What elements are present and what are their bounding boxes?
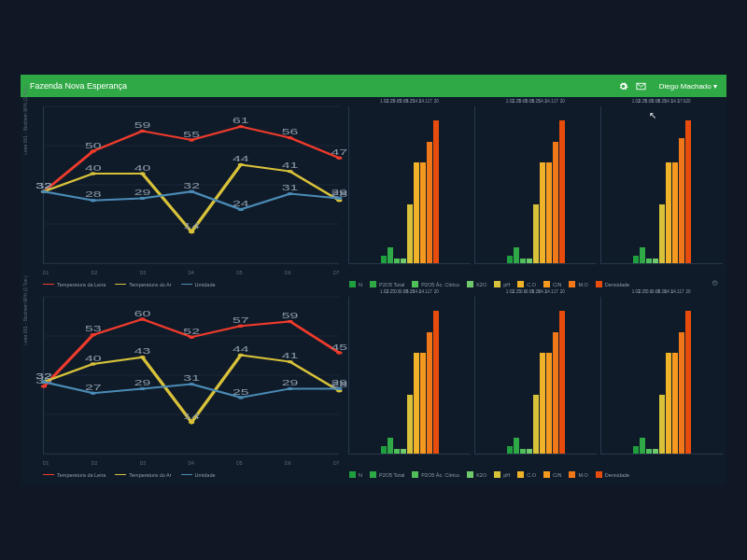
legend-item[interactable]: P2O5 Total [370, 471, 404, 478]
legend-item[interactable]: P2O5 Ác. Cítrico [412, 471, 459, 478]
bar-chart[interactable]: 1.022.250.650.658.2514.114.11720 [348, 106, 471, 264]
svg-point-16 [287, 136, 292, 139]
svg-point-40 [189, 190, 194, 193]
svg-text:60: 60 [134, 309, 151, 317]
svg-point-30 [287, 170, 292, 173]
svg-text:25: 25 [233, 387, 249, 396]
svg-text:44: 44 [233, 155, 249, 163]
svg-text:45: 45 [331, 343, 348, 351]
dashboard-content: Leira 001 - Biochem 90% (1 Ton.) 3250595… [21, 97, 726, 485]
svg-point-8 [91, 149, 96, 152]
legend-item[interactable]: N [349, 471, 362, 478]
svg-point-57 [139, 317, 145, 320]
bar-chart[interactable]: 1.022.250.60.658.2814.114.11720 [600, 297, 723, 455]
svg-point-81 [41, 381, 47, 384]
svg-point-61 [238, 325, 244, 328]
legend-item[interactable]: Umidade [181, 282, 216, 287]
bar-chart[interactable]: 1.022.250.60.658.2814.114.11720 [348, 297, 471, 455]
charts-row-top: Leira 001 - Biochem 90% (1 Ton.) 3250595… [24, 101, 723, 277]
line-legend: Temperatura da LeiraTemperatura do ArUmi… [24, 277, 345, 291]
svg-point-83 [91, 392, 96, 395]
line-chart-top: Leira 001 - Biochem 90% (1 Ton.) 3250595… [24, 101, 343, 277]
svg-point-24 [139, 172, 145, 175]
svg-text:59: 59 [282, 312, 299, 320]
svg-point-75 [238, 354, 244, 357]
legend-item[interactable]: Densidade [596, 281, 629, 287]
svg-text:41: 41 [282, 161, 299, 170]
svg-text:31: 31 [282, 184, 299, 192]
svg-point-93 [336, 387, 342, 390]
bar-chart[interactable]: 1.022.250.650.658.2514.114.11720 [474, 106, 597, 264]
legend-item[interactable]: pH [494, 281, 510, 287]
svg-point-18 [336, 157, 342, 160]
legend-row-top: Temperatura da LeiraTemperatura do ArUmi… [24, 277, 723, 291]
svg-text:56: 56 [282, 128, 299, 136]
bar-chart[interactable]: 1.022.250.650.658.2514.114.117.620 [600, 106, 723, 264]
legend-item[interactable]: M.O [569, 281, 587, 287]
svg-text:43: 43 [134, 347, 151, 356]
charts-row-bottom: Leira 001 - Biochem 90% (1 Ton.) 3053605… [24, 291, 723, 468]
svg-point-73 [189, 421, 194, 424]
svg-point-34 [41, 190, 47, 193]
svg-point-69 [91, 362, 96, 365]
legend-item[interactable]: Temperatura do Ar [115, 472, 171, 478]
legend-item[interactable]: C.O [517, 471, 536, 478]
svg-point-14 [238, 125, 244, 128]
svg-point-46 [336, 197, 342, 200]
panel-settings-icon[interactable]: ⚙ [712, 279, 719, 287]
svg-point-26 [189, 231, 194, 233]
legend-item[interactable]: pH [494, 471, 510, 478]
svg-text:29: 29 [331, 189, 348, 197]
legend-item[interactable]: C/N [543, 281, 561, 287]
svg-point-71 [139, 356, 145, 358]
svg-point-28 [238, 163, 244, 166]
svg-text:52: 52 [183, 328, 200, 336]
svg-point-38 [139, 197, 145, 200]
header-actions: Diego Machado ▾ [618, 81, 717, 91]
page-title: Fazenda Nova Esperança [30, 81, 618, 91]
legend-item[interactable]: Umidade [181, 472, 216, 478]
svg-text:24: 24 [233, 200, 249, 208]
svg-text:31: 31 [183, 374, 200, 383]
legend-item[interactable]: Densidade [596, 471, 629, 478]
svg-point-59 [189, 336, 194, 339]
legend-item[interactable]: Temperatura da Leira [43, 472, 106, 478]
svg-point-91 [287, 387, 292, 390]
y-axis-label: Leira 001 - Biochem 90% (1 Ton.) [22, 85, 28, 154]
line-plot-area[interactable]: 3250595561564732404014444128322829322431… [43, 106, 339, 264]
mail-icon[interactable] [636, 81, 646, 91]
legend-item[interactable]: C.O [517, 281, 536, 287]
svg-point-10 [139, 130, 145, 133]
svg-text:50: 50 [85, 141, 102, 149]
bar-group-top: 1.022.250.650.658.2514.114.11720 1.022.2… [348, 101, 723, 277]
svg-text:41: 41 [282, 352, 299, 360]
bar-group-bottom: 1.022.250.60.658.2814.114.11720 1.022.25… [348, 291, 723, 468]
user-menu[interactable]: Diego Machado ▾ [654, 82, 717, 91]
dashboard-app: Fazenda Nova Esperança Diego Machado ▾ L… [21, 75, 726, 485]
legend-item[interactable]: Temperatura da Leira [43, 282, 106, 287]
svg-text:40: 40 [85, 354, 102, 362]
svg-text:59: 59 [134, 121, 151, 130]
legend-item[interactable]: Temperatura do Ar [115, 282, 171, 287]
svg-point-53 [41, 385, 47, 387]
svg-text:27: 27 [85, 384, 102, 392]
svg-text:61: 61 [233, 117, 249, 125]
svg-point-44 [287, 192, 292, 195]
legend-item[interactable]: K2O [467, 471, 486, 478]
line-plot-area[interactable]: 3053605257594532404314444128322729312529… [43, 297, 339, 455]
svg-point-89 [238, 396, 244, 399]
x-axis-ticks: D1D2D3D4D5D6D7 [43, 270, 339, 275]
svg-text:29: 29 [134, 189, 151, 197]
legend-item[interactable]: K2O [467, 281, 486, 287]
legend-item[interactable]: M.O [569, 471, 587, 478]
svg-point-87 [189, 383, 194, 385]
legend-item[interactable]: P2O5 Total [370, 281, 404, 287]
legend-item[interactable]: P2O5 Ác. Cítrico [412, 281, 459, 287]
svg-text:53: 53 [85, 325, 102, 333]
svg-text:28: 28 [85, 190, 102, 199]
line-legend: Temperatura da LeiraTemperatura do ArUmi… [24, 468, 345, 482]
legend-item[interactable]: C/N [543, 471, 561, 478]
bar-chart[interactable]: 1.022.250.60.658.2814.114.11720 [474, 297, 597, 455]
legend-item[interactable]: N [349, 281, 362, 287]
gear-icon[interactable] [618, 81, 628, 91]
